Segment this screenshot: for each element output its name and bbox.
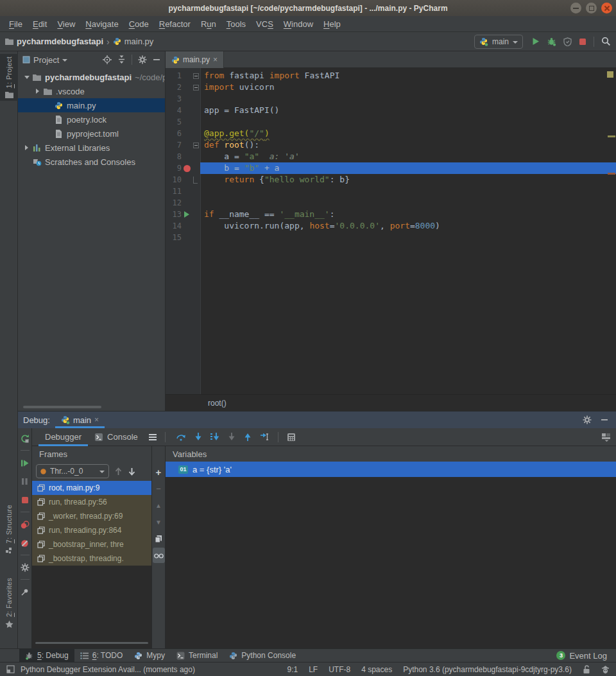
menu-item-navigate[interactable]: Navigate bbox=[80, 19, 123, 29]
search-everywhere-button[interactable] bbox=[601, 37, 611, 46]
indent-style[interactable]: 4 spaces bbox=[361, 665, 392, 674]
breakpoint-icon[interactable] bbox=[184, 165, 191, 172]
menu-item-tools[interactable]: Tools bbox=[221, 19, 251, 29]
code-line-14[interactable]: 14 uvicorn.run(app, host='0.0.0.0', port… bbox=[166, 220, 616, 232]
frame-row-worker-thread-py-69[interactable]: _worker, thread.py:69 bbox=[32, 509, 151, 523]
locate-file-button[interactable] bbox=[103, 55, 112, 64]
tab-close-icon[interactable]: × bbox=[94, 415, 99, 424]
editor-gutter[interactable]: 7 bbox=[166, 139, 200, 151]
line-separator[interactable]: LF bbox=[309, 665, 318, 674]
force-step-into-button[interactable] bbox=[228, 433, 235, 441]
tree-item-external-libraries[interactable]: External Libraries bbox=[18, 141, 165, 155]
move-watch-down-button[interactable]: ▼ bbox=[153, 514, 165, 530]
fold-icon[interactable] bbox=[193, 85, 199, 91]
tool-window-button-terminal[interactable]: Terminal bbox=[171, 649, 223, 663]
status-message[interactable]: Python Debugger Extension Avail... (mome… bbox=[21, 665, 195, 674]
stripe-button-1-project[interactable]: 1: Project bbox=[0, 54, 18, 101]
tool-window-button-5-debug[interactable]: 5: Debug bbox=[19, 649, 74, 663]
code-line-6[interactable]: 6@app.get("/") bbox=[166, 128, 616, 139]
stripe-button-2-favorites[interactable]: 2: Favorites bbox=[0, 575, 18, 631]
inspection-status-icon[interactable] bbox=[607, 71, 613, 78]
menu-item-code[interactable]: Code bbox=[124, 19, 154, 29]
step-over-button[interactable] bbox=[176, 433, 186, 441]
frames-horizontal-scrollbar[interactable] bbox=[35, 642, 148, 644]
debug-session-tab[interactable]: main × bbox=[55, 412, 105, 428]
editor-breadcrumb-item[interactable]: root() bbox=[208, 399, 227, 408]
code-line-1[interactable]: 1from fastapi import FastAPI bbox=[166, 70, 616, 82]
menu-item-vcs[interactable]: VCS bbox=[251, 19, 278, 29]
minimize-button[interactable] bbox=[570, 3, 581, 13]
stop-button[interactable] bbox=[18, 493, 32, 507]
layout-options-icon[interactable] bbox=[148, 433, 157, 441]
gear-icon[interactable] bbox=[138, 55, 147, 64]
duplicate-watch-button[interactable] bbox=[153, 531, 165, 546]
code-line-2[interactable]: 2import uvicorn bbox=[166, 82, 616, 93]
editor-gutter[interactable]: 2 bbox=[166, 82, 200, 93]
editor-gutter[interactable]: 12 bbox=[166, 197, 200, 209]
code-editor[interactable]: 1from fastapi import FastAPI2import uvic… bbox=[166, 68, 616, 394]
frame-row-root-main-py-9[interactable]: root, main.py:9 bbox=[32, 481, 151, 495]
breadcrumb-project[interactable]: pycharmdebugfastapi bbox=[17, 37, 103, 46]
show-watches-button[interactable] bbox=[153, 548, 165, 563]
scrollbar-typo-mark[interactable] bbox=[608, 135, 615, 137]
event-log-button[interactable]: 3 Event Log bbox=[556, 651, 611, 661]
frame-row-bootstrap-inner-thre[interactable]: _bootstrap_inner, thre bbox=[32, 537, 151, 551]
editor-gutter[interactable]: 5 bbox=[166, 116, 200, 128]
step-into-my-code-button[interactable] bbox=[210, 433, 219, 441]
frame-row-run-thread-py-56[interactable]: run, thread.py:56 bbox=[32, 495, 151, 509]
caret-position[interactable]: 9:1 bbox=[287, 665, 298, 674]
editor-gutter[interactable]: 3 bbox=[166, 93, 200, 105]
remove-watch-button[interactable]: − bbox=[153, 481, 165, 496]
tree-item-poetry-lock[interactable]: poetry.lock bbox=[18, 112, 165, 126]
run-line-icon[interactable] bbox=[184, 211, 189, 218]
maximize-button[interactable] bbox=[586, 3, 597, 13]
editor-gutter[interactable]: 1 bbox=[166, 70, 200, 82]
menu-item-help[interactable]: Help bbox=[318, 19, 346, 29]
run-to-cursor-button[interactable] bbox=[260, 433, 270, 441]
menu-item-edit[interactable]: Edit bbox=[28, 19, 52, 29]
editor-gutter[interactable]: 9 bbox=[166, 162, 200, 174]
code-line-5[interactable]: 5 bbox=[166, 116, 616, 128]
hide-panel-button[interactable] bbox=[601, 416, 608, 424]
code-line-8[interactable]: 8 a = "a" a: 'a' bbox=[166, 151, 616, 162]
editor-gutter[interactable]: 13 bbox=[166, 209, 200, 220]
frame-row-run-threading-py-864[interactable]: run, threading.py:864 bbox=[32, 523, 151, 537]
inspections-profile-icon[interactable] bbox=[601, 665, 610, 674]
restore-layout-button[interactable] bbox=[601, 433, 616, 442]
scrollbar-breakpoint-mark[interactable] bbox=[608, 173, 615, 175]
fold-icon[interactable] bbox=[193, 143, 199, 148]
editor-gutter[interactable]: 14 bbox=[166, 220, 200, 232]
interpreter-info[interactable]: Python 3.6 (pycharmdebugfastapi-9cdjtyrg… bbox=[403, 665, 572, 674]
hide-panel-button[interactable] bbox=[153, 56, 160, 64]
tree-item-vscode[interactable]: .vscode bbox=[18, 84, 165, 98]
code-line-3[interactable]: 3 bbox=[166, 93, 616, 105]
code-line-7[interactable]: 7def root(): bbox=[166, 139, 616, 151]
lock-icon[interactable] bbox=[583, 665, 590, 674]
next-frame-button[interactable] bbox=[128, 467, 136, 476]
menu-item-run[interactable]: Run bbox=[196, 19, 221, 29]
stop-button[interactable] bbox=[579, 38, 586, 46]
fold-icon[interactable] bbox=[193, 73, 199, 79]
view-breakpoints-button[interactable] bbox=[18, 517, 32, 532]
mute-breakpoints-button[interactable] bbox=[18, 536, 32, 550]
editor-gutter[interactable]: 4 bbox=[166, 105, 200, 116]
collapse-all-button[interactable] bbox=[117, 55, 126, 64]
run-with-coverage-button[interactable] bbox=[563, 37, 572, 46]
editor-gutter[interactable]: 10 bbox=[166, 174, 200, 186]
editor-gutter[interactable]: 11 bbox=[166, 186, 200, 197]
menu-item-file[interactable]: File bbox=[4, 19, 28, 29]
code-line-10[interactable]: 10 return {"hello world": b} bbox=[166, 174, 616, 186]
debug-button[interactable] bbox=[547, 37, 556, 46]
tree-item-scratches-and-consoles[interactable]: Scratches and Consoles bbox=[18, 155, 165, 169]
debug-settings-button[interactable] bbox=[18, 560, 32, 575]
code-line-12[interactable]: 12 bbox=[166, 197, 616, 209]
tree-item-pycharmdebugfastapi[interactable]: pycharmdebugfastapi~/code/pycharmdebugfa… bbox=[18, 70, 165, 84]
editor-gutter[interactable]: 15 bbox=[166, 232, 200, 243]
tool-window-button-python-console[interactable]: Python Console bbox=[223, 649, 302, 663]
code-line-9[interactable]: 9 b = "b" + a bbox=[166, 162, 616, 174]
menu-item-window[interactable]: Window bbox=[278, 19, 318, 29]
code-line-4[interactable]: 4app = FastAPI() bbox=[166, 105, 616, 116]
evaluate-expression-button[interactable] bbox=[287, 433, 296, 442]
step-out-button[interactable] bbox=[244, 433, 252, 441]
run-configuration-select[interactable]: main bbox=[474, 35, 523, 49]
